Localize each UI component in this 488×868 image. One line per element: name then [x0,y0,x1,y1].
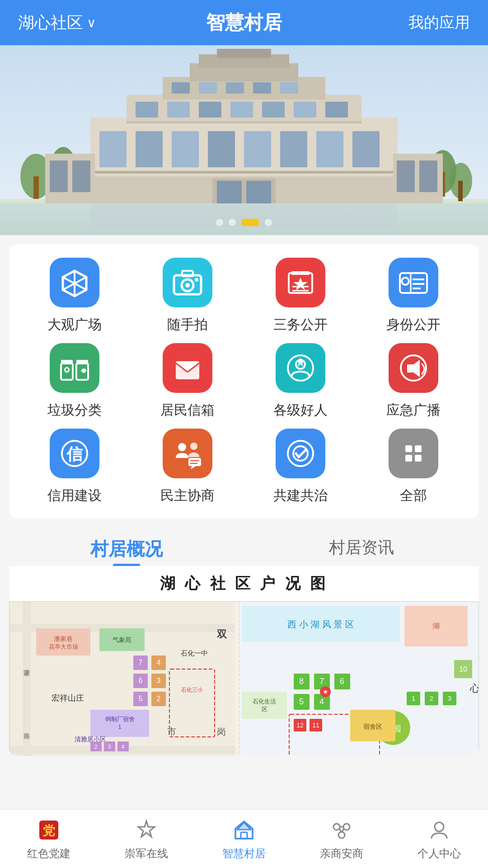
grid-item-broadcast[interactable]: 应急广播 [364,343,463,420]
map-container[interactable]: 漕家巷 南路 潘家巷 花亭大市场 气象苑 双 7 6 5 4 3 [9,601,479,756]
svg-point-58 [195,278,198,282]
tab-news[interactable]: 村居资讯 [244,528,479,566]
svg-point-66 [402,278,409,285]
dot-1[interactable] [216,219,223,226]
star-outline-icon [134,817,159,843]
location-selector[interactable]: 湖心社区 ∨ [18,12,96,34]
svg-rect-71 [61,360,73,364]
grid-item-mailbox[interactable]: 居民信箱 [138,343,237,420]
svg-rect-85 [188,458,201,466]
svg-text:2: 2 [157,695,161,703]
svg-rect-31 [172,82,190,94]
my-apps-button[interactable]: 我的应用 [408,12,470,33]
svg-rect-35 [280,82,298,94]
svg-point-189 [338,832,345,838]
home-icon [231,817,257,843]
grid-item-goodpeople[interactable]: 各级好人 [251,343,350,420]
identity-icon [389,258,438,307]
svg-rect-40 [246,181,271,203]
chevron-down-icon: ∨ [87,15,96,30]
svg-text:宿舍区: 宿舍区 [363,723,382,730]
page-title: 智慧村居 [206,10,282,35]
svg-rect-48 [419,160,437,192]
broadcast-icon [389,343,438,393]
grid-item-sanwu[interactable]: 三务公开 [251,258,350,334]
nav-profile[interactable]: 个人中心 [399,817,480,861]
svg-point-193 [435,822,444,831]
daguan-label: 大观广场 [47,316,102,334]
nav-business[interactable]: 亲商安商 [301,817,382,861]
svg-text:3: 3 [157,677,161,684]
svg-text:区: 区 [262,706,267,712]
svg-rect-24 [136,102,158,118]
location-text: 湖心社区 [18,12,83,34]
nav-home[interactable]: 智慧村居 [203,817,285,861]
handshake-icon [329,817,354,843]
svg-text:3: 3 [108,744,111,750]
map-title: 湖 心 社 区 户 况 图 [9,566,479,601]
svg-rect-30 [325,102,348,118]
dot-4[interactable] [265,219,272,226]
grid-item-credit[interactable]: 信 信用建设 [25,429,124,505]
svg-rect-32 [199,82,217,94]
svg-marker-61 [293,278,308,290]
trash-label: 垃圾分类 [47,401,102,420]
credit-icon: 信 [50,429,99,478]
svg-rect-37 [217,49,271,58]
svg-rect-29 [294,102,316,118]
grid-item-identity[interactable]: 身份公开 [364,258,463,334]
svg-text:1: 1 [118,724,122,730]
broadcast-label: 应急广播 [386,401,441,420]
grid-item-democracy[interactable]: 民主协商 [138,429,237,505]
svg-marker-86 [190,466,196,469]
svg-text:4: 4 [122,744,125,750]
grid-item-cogovern[interactable]: 共建共治 [251,429,350,505]
svg-rect-22 [316,131,343,167]
nav-military-label: 崇军在线 [125,846,168,861]
goodpeople-icon [276,343,325,393]
grid-item-trash[interactable]: 垃圾分类 [25,343,124,420]
svg-rect-18 [172,131,199,167]
nav-business-label: 亲商安商 [320,846,363,861]
grid-row-3: 信 信用建设 民主协商 [18,429,470,505]
svg-rect-93 [415,445,422,452]
svg-rect-57 [182,271,193,276]
svg-rect-184 [241,832,247,839]
photo-label: 随手拍 [167,316,208,334]
nav-profile-label: 个人中心 [418,846,461,861]
bottom-nav: 党 红色党建 崇军在线 智慧村居 [0,809,488,868]
nav-party[interactable]: 党 红色党建 [8,817,89,861]
tab-overview[interactable]: 村居概况 [9,528,244,566]
grid-item-daguan[interactable]: 大观广场 [25,258,124,334]
svg-text:双: 双 [216,628,227,640]
grid-item-all[interactable]: 全部 [364,429,463,505]
svg-point-56 [185,283,190,288]
nav-home-label: 智慧村居 [222,846,266,861]
svg-text:7: 7 [139,659,143,666]
grid-row-1: 大观广场 随手拍 [18,258,470,334]
svg-rect-21 [280,131,307,167]
svg-text:气象苑: 气象苑 [113,636,131,643]
svg-text:石化一中: 石化一中 [181,649,208,657]
svg-rect-73 [76,360,88,364]
svg-text:10: 10 [459,665,467,673]
svg-marker-182 [138,821,155,837]
nav-military[interactable]: 崇军在线 [106,817,187,861]
party-icon: 党 [36,817,61,843]
mailbox-label: 居民信箱 [160,401,215,420]
svg-text:11: 11 [312,722,319,729]
dot-3[interactable] [241,219,259,226]
svg-rect-39 [217,181,242,203]
svg-text:1: 1 [412,694,415,702]
svg-text:石化生活: 石化生活 [253,698,276,705]
democracy-label: 民主协商 [160,486,215,505]
svg-text:宏祥山庄: 宏祥山庄 [52,693,84,703]
democracy-icon [163,429,212,478]
goodpeople-label: 各级好人 [273,401,328,420]
dot-2[interactable] [229,219,236,226]
credit-label: 信用建设 [47,486,102,505]
svg-rect-16 [99,131,127,167]
svg-point-83 [178,443,186,451]
grid-item-photo[interactable]: 随手拍 [138,258,237,334]
svg-marker-80 [407,360,420,377]
